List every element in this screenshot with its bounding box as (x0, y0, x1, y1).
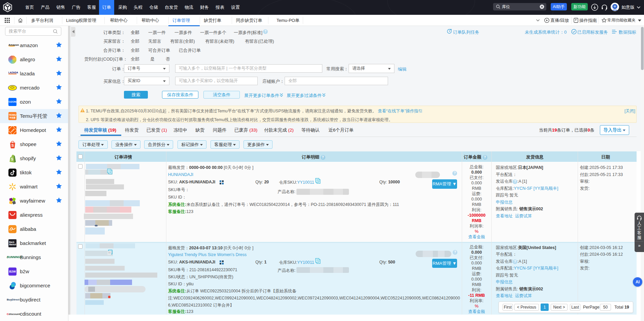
svg-text:S: S (11, 143, 14, 147)
svg-text:S: S (11, 157, 13, 161)
